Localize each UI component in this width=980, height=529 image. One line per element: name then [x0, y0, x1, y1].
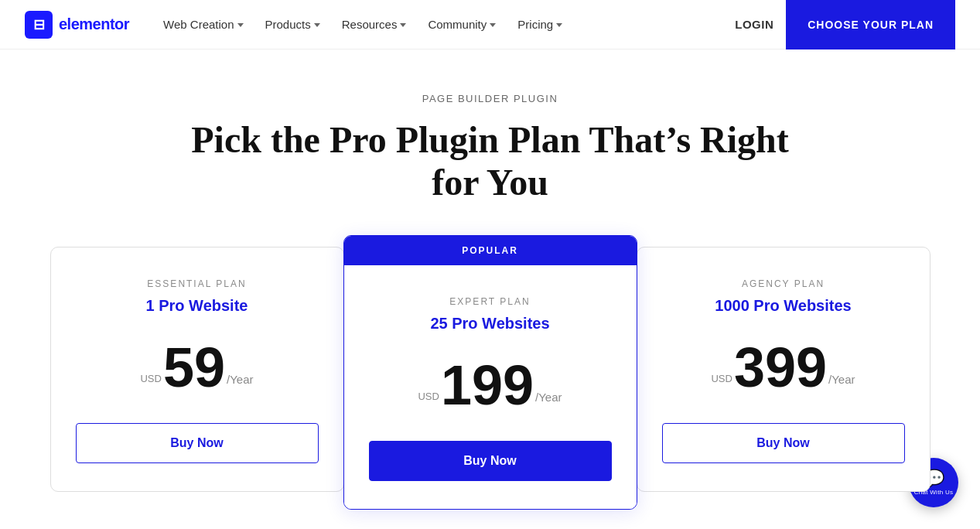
essential-plan-card: ESSENTIAL PLAN 1 Pro Website USD 59 /Yea… [50, 247, 344, 492]
nav-item-resources[interactable]: Resources [333, 12, 416, 37]
login-button[interactable]: LOGIN [735, 18, 773, 31]
navbar: ⊟ elementor Web Creation Products Resour… [0, 0, 980, 49]
expert-currency: USD [418, 391, 439, 402]
chevron-down-icon [490, 23, 496, 27]
nav-right: LOGIN CHOOSE YOUR PLAN [735, 0, 955, 49]
chevron-down-icon [237, 23, 244, 27]
hero-title: Pick the Pro Plugin Plan That’s Right fo… [181, 118, 800, 203]
nav-item-community[interactable]: Community [418, 12, 505, 37]
chevron-down-icon [556, 23, 562, 27]
expert-plan-card: POPULAR EXPERT PLAN 25 Pro Websites USD … [343, 235, 637, 510]
choose-plan-button[interactable]: CHOOSE YOUR PLAN [786, 0, 955, 49]
essential-buy-button[interactable]: Buy Now [76, 423, 319, 463]
expert-amount: 199 [441, 357, 534, 413]
essential-price-row: USD 59 /Year [76, 340, 319, 395]
essential-plan-label: ESSENTIAL PLAN [76, 278, 319, 289]
nav-item-products[interactable]: Products [256, 12, 330, 37]
expert-period: /Year [535, 391, 562, 404]
hero-tag: PAGE BUILDER PLUGIN [25, 93, 955, 104]
nav-item-web-creation[interactable]: Web Creation [154, 12, 252, 37]
chevron-down-icon [314, 23, 320, 27]
pricing-section: ESSENTIAL PLAN 1 Pro Website USD 59 /Yea… [0, 222, 980, 529]
expert-plan-name: 25 Pro Websites [369, 315, 612, 333]
agency-price-row: USD 399 /Year [662, 340, 905, 395]
chevron-down-icon [400, 23, 406, 27]
expert-buy-button[interactable]: Buy Now [369, 441, 612, 481]
agency-buy-button[interactable]: Buy Now [662, 423, 905, 463]
essential-plan-name: 1 Pro Website [76, 297, 319, 315]
expert-plan-label: EXPERT PLAN [369, 296, 612, 307]
essential-amount: 59 [163, 340, 225, 395]
popular-badge: POPULAR [344, 236, 637, 265]
essential-currency: USD [140, 373, 161, 384]
logo-text: elementor [59, 15, 129, 33]
hero-section: PAGE BUILDER PLUGIN Pick the Pro Plugin … [0, 49, 980, 222]
logo-icon: ⊟ [25, 11, 53, 39]
nav-links: Web Creation Products Resources Communit… [154, 12, 572, 37]
expert-card-inner: EXPERT PLAN 25 Pro Websites USD 199 /Yea… [344, 265, 637, 509]
agency-plan-name: 1000 Pro Websites [662, 297, 905, 315]
agency-period: /Year [828, 373, 855, 386]
agency-currency: USD [711, 373, 732, 384]
essential-period: /Year [227, 373, 253, 386]
expert-price-row: USD 199 /Year [369, 357, 612, 413]
nav-left: ⊟ elementor Web Creation Products Resour… [25, 11, 572, 39]
nav-item-pricing[interactable]: Pricing [508, 12, 572, 37]
agency-plan-card: AGENCY PLAN 1000 Pro Websites USD 399 /Y… [637, 247, 930, 492]
agency-amount: 399 [734, 340, 827, 395]
agency-plan-label: AGENCY PLAN [662, 278, 905, 289]
